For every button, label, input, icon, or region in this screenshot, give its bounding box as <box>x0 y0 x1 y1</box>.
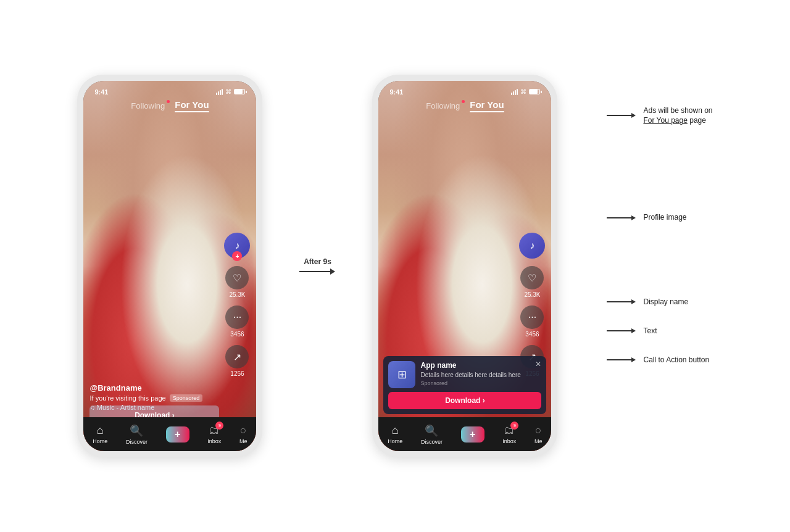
status-time-2: 9:41 <box>389 88 403 96</box>
me-icon-2: ○ <box>535 424 542 437</box>
ads-arrow <box>607 113 636 118</box>
cta-arrow-head <box>631 357 636 362</box>
like-button-1[interactable]: ♡ <box>225 266 249 289</box>
description-1: If you're visiting this page Sponsored <box>89 394 219 402</box>
wifi-icon-2: ⌘ <box>520 88 526 95</box>
phone-2-screen: 9:41 ⌘ Following <box>378 81 551 451</box>
discover-label-2: Discover <box>421 439 443 445</box>
nav-following-dot-2 <box>462 100 465 103</box>
ad-sponsored: Sponsored <box>420 380 541 386</box>
bottom-nav-2: ⌂ Home 🔍 Discover + 🗂 9 Inbox <box>378 417 551 451</box>
nav-foryou-underline-1 <box>175 111 209 112</box>
nav-following-1[interactable]: Following <box>131 101 165 110</box>
ad-app-icon-symbol: ⊞ <box>397 368 407 381</box>
me-label-2: Me <box>534 438 543 444</box>
nav-header-1: Following For You <box>83 99 256 112</box>
phone-2: 9:41 ⌘ Following <box>372 75 557 457</box>
comment-button-2[interactable]: ··· <box>520 305 544 329</box>
status-time-1: 9:41 <box>94 88 108 96</box>
signal-icon-2 <box>511 89 518 95</box>
phone-1: 9:41 ⌘ Following <box>77 75 262 457</box>
nav-header-2: Following For You <box>378 99 551 112</box>
ad-details: Details here details here details here <box>420 371 541 379</box>
nav-following-2[interactable]: Following <box>426 101 460 110</box>
discover-label-1: Discover <box>126 439 148 445</box>
comment-button-1[interactable]: ··· <box>225 305 249 329</box>
profile-button-2[interactable]: ♪ <box>519 233 545 259</box>
display-name-annotation-text: Display name <box>643 297 688 307</box>
nav-home-2[interactable]: ⌂ Home <box>388 424 402 444</box>
ad-download-button[interactable]: Download › <box>388 392 541 409</box>
nav-add-1[interactable]: + <box>166 426 189 443</box>
nav-me-1[interactable]: ○ Me <box>239 424 247 444</box>
text-arrow <box>607 328 636 333</box>
nav-discover-2[interactable]: 🔍 Discover <box>421 424 443 445</box>
add-button-2[interactable]: + <box>461 426 484 443</box>
annotation-profile: Profile image <box>607 212 712 223</box>
like-button-2[interactable]: ♡ <box>520 266 544 289</box>
nav-foryou-underline-2 <box>470 111 504 112</box>
nav-foryou-2[interactable]: For You <box>470 99 504 112</box>
phone-1-screen: 9:41 ⌘ Following <box>83 81 256 451</box>
ad-app-icon: ⊞ <box>388 361 415 388</box>
arrow-line <box>299 268 335 275</box>
display-name-arrow-head <box>631 299 636 304</box>
nav-home-1[interactable]: ⌂ Home <box>93 424 107 444</box>
add-button-1[interactable]: + <box>166 426 189 443</box>
status-icons-2: ⌘ <box>511 88 540 95</box>
nav-discover-1[interactable]: 🔍 Discover <box>126 424 148 445</box>
home-label-1: Home <box>93 438 107 444</box>
ad-close-button[interactable]: ✕ <box>535 360 541 368</box>
wifi-icon: ⌘ <box>225 88 231 95</box>
signal-bar-4 <box>222 89 223 95</box>
display-name-arrow <box>607 299 636 304</box>
signal-bar-3 <box>220 90 221 95</box>
me-label-1: Me <box>239 438 247 444</box>
annotation-cta: Call to Action button <box>607 355 712 365</box>
profile-arrow-shaft <box>607 217 631 218</box>
status-bar-2: 9:41 ⌘ <box>378 81 551 99</box>
action-buttons-2: ♪ ♡ 25.3K ··· 3456 ↗ 1256 <box>519 233 545 377</box>
share-group-1: ↗ 1256 <box>225 345 249 377</box>
nav-inbox-1[interactable]: 🗂 9 Inbox <box>207 424 221 444</box>
follow-plus-icon-1[interactable]: + <box>232 251 242 261</box>
inbox-label-2: Inbox <box>502 438 516 444</box>
comment-group-1: ··· 3456 <box>225 305 249 338</box>
profile-arrow <box>607 215 636 220</box>
nav-add-2[interactable]: + <box>461 426 484 443</box>
home-label-2: Home <box>388 438 402 444</box>
discover-icon-2: 🔍 <box>425 424 438 438</box>
cta-arrow-shaft <box>607 359 631 360</box>
like-count-1: 25.3K <box>229 291 245 298</box>
comment-count-2: 3456 <box>525 331 539 338</box>
ads-annotation-text: Ads will be shown on For You page page <box>643 106 712 127</box>
signal-bar-2 <box>218 91 219 95</box>
signal-icon <box>216 89 223 95</box>
battery-icon <box>234 89 245 94</box>
annotation-display-name: Display name <box>607 297 712 307</box>
profile-arrow-head <box>631 215 636 220</box>
nav-me-2[interactable]: ○ Me <box>534 424 543 444</box>
main-container: 9:41 ⌘ Following <box>0 0 790 532</box>
arrow-shaft <box>299 271 330 272</box>
comment-group-2: ··· 3456 <box>520 305 544 338</box>
nav-following-dot-1 <box>167 100 170 103</box>
text-annotation-text: Text <box>643 326 657 336</box>
nav-foryou-1[interactable]: For You <box>175 99 209 112</box>
bottom-nav-1: ⌂ Home 🔍 Discover + 🗂 9 Inbox <box>83 417 256 451</box>
annotation-text: Text <box>607 326 712 336</box>
ads-arrow-head <box>631 113 636 118</box>
text-arrow-shaft <box>607 330 631 331</box>
share-button-1[interactable]: ↗ <box>225 345 249 368</box>
inbox-badge-2: 9 <box>510 422 518 430</box>
share-count-1: 1256 <box>230 370 244 377</box>
inbox-badge-1: 9 <box>215 422 223 430</box>
display-name-arrow-shaft <box>607 301 631 302</box>
nav-inbox-2[interactable]: 🗂 9 Inbox <box>502 424 516 444</box>
transition-arrow: After 9s <box>299 257 335 275</box>
status-icons-1: ⌘ <box>216 88 245 95</box>
sponsored-badge-1: Sponsored <box>170 394 203 402</box>
ad-overlay: ✕ ⊞ App name Details here details here d… <box>383 356 546 414</box>
battery-fill <box>235 89 243 94</box>
profile-button-1[interactable]: ♪ + <box>224 233 250 259</box>
